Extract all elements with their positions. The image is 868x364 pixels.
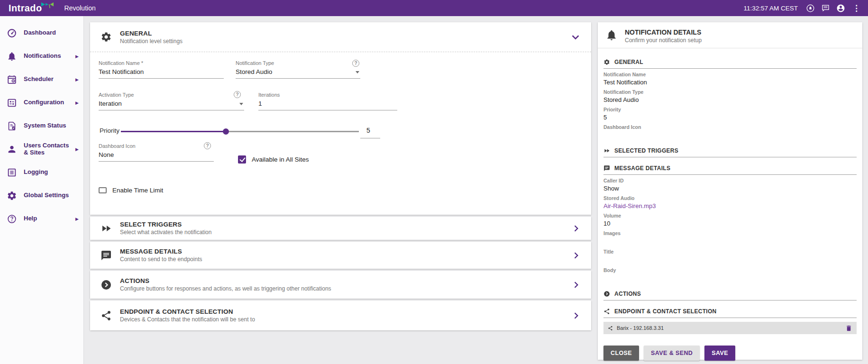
checkbox-unchecked[interactable] <box>99 187 107 193</box>
notification-name-field[interactable]: Notification Name * Test Notification <box>99 60 224 79</box>
sidebar-item-global-settings[interactable]: Global Settings <box>0 184 83 207</box>
details-field-label: Body <box>603 267 857 273</box>
endpoint-list-item[interactable]: Barix - 192.168.3.31 <box>603 322 857 334</box>
details-general-heading: GENERAL <box>603 59 857 69</box>
details-field-label: Notification Type <box>603 89 857 95</box>
dashboard-icon-field[interactable]: Dashboard Icon None <box>99 143 214 162</box>
chevron-right-icon[interactable] <box>571 251 581 260</box>
dashboard-icon-select[interactable]: None <box>99 149 214 162</box>
section-titles: ACTIONS Configure buttons for responses … <box>120 277 331 292</box>
checkbox-checked[interactable] <box>238 155 246 164</box>
details-field-label: Dashboard Icon <box>603 124 857 130</box>
details-field-title: Title <box>603 249 857 264</box>
chat-bubble-icon <box>101 250 112 261</box>
chevron-right-icon[interactable] <box>571 224 581 233</box>
section-subtitle: Content to send to the endpoints <box>120 256 202 263</box>
sidebar-item-label: Logging <box>24 169 80 176</box>
details-heading-label: MESSAGE DETAILS <box>614 165 670 172</box>
activation-type-help-icon[interactable]: ? <box>234 91 241 98</box>
chevron-right-icon[interactable] <box>571 280 581 290</box>
log-list-icon <box>7 167 17 178</box>
sidebar-item-help[interactable]: Help ▶ <box>0 207 83 230</box>
details-field-notification-type: Notification Type Stored Audio <box>603 89 857 104</box>
bell-icon <box>605 29 618 41</box>
notification-type-field[interactable]: Notification Type Stored Audio <box>236 60 360 79</box>
control-panel-icon <box>7 98 17 108</box>
sidebar-item-label: Scheduler <box>24 76 80 83</box>
topbar-actions: 11:32:57 AM CEST ⋮ <box>743 4 861 13</box>
message-details-section[interactable]: MESSAGE DETAILS Content to send to the e… <box>90 242 591 269</box>
details-field-body: Body <box>603 267 857 283</box>
messages-icon[interactable] <box>821 4 830 13</box>
share-icon <box>608 326 613 331</box>
sidebar-item-notifications[interactable]: Notifications ▶ <box>0 45 83 68</box>
priority-slider[interactable] <box>121 127 359 136</box>
gear-icon <box>603 59 610 65</box>
overflow-menu-icon[interactable]: ⋮ <box>851 4 861 13</box>
dashboard-icon-help-icon[interactable]: ? <box>204 142 211 149</box>
sidebar-item-label: Users Contacts & Sites <box>24 142 80 156</box>
sidebar-item-users-contacts-sites[interactable]: Users Contacts & Sites ▶ <box>0 137 83 161</box>
details-field-label: Priority <box>603 107 857 112</box>
details-field-images: Images <box>603 230 857 246</box>
notification-type-select[interactable]: Stored Audio <box>236 66 360 79</box>
checkbox-label: Enable Time Limit <box>112 187 163 194</box>
details-actions-heading: ACTIONS <box>603 291 857 300</box>
activation-type-field[interactable]: Activation Type Iteration <box>99 92 244 110</box>
sidebar-item-label: System Status <box>24 122 80 129</box>
dragonfly-logo-icon <box>41 2 54 9</box>
section-title: MESSAGE DETAILS <box>120 248 202 255</box>
close-button[interactable]: CLOSE <box>603 346 639 361</box>
general-section-header[interactable]: GENERAL Notification level settings <box>90 22 591 52</box>
notification-name-input[interactable]: Test Notification <box>99 66 224 79</box>
details-field-value: Show <box>603 185 857 192</box>
select-value: Iteration <box>99 100 122 107</box>
select-triggers-section[interactable]: SELECT TRIGGERS Select what activates th… <box>90 217 591 240</box>
bell-icon <box>7 51 17 62</box>
slider-fill <box>121 131 226 132</box>
section-titles: SELECT TRIGGERS Select what activates th… <box>120 221 211 236</box>
details-field-value <box>603 237 857 246</box>
save-button[interactable]: SAVE <box>704 346 735 361</box>
details-field-volume: Volume 10 <box>603 213 857 228</box>
sidebar-item-dashboard[interactable]: Dashboard <box>0 21 83 45</box>
general-section-titles: GENERAL Notification level settings <box>120 30 183 45</box>
intrado-logo[interactable]: Intrado <box>9 0 54 16</box>
general-form: Notification Name * Test Notification No… <box>90 52 591 214</box>
details-field-label: Title <box>603 249 857 255</box>
expand-arrow-icon: ▶ <box>75 217 79 221</box>
save-and-send-button[interactable]: SAVE & SEND <box>644 346 700 361</box>
stored-audio-file-link[interactable]: Air-Raid-Siren.mp3 <box>603 202 857 210</box>
details-field-notification-name: Notification Name Test Notification <box>603 72 857 86</box>
details-message-details-heading: MESSAGE DETAILS <box>603 165 857 175</box>
details-field-priority: Priority 5 <box>603 107 857 121</box>
details-field-label: Volume <box>603 213 857 218</box>
chevron-down-icon[interactable] <box>570 32 581 42</box>
field-label: Notification Name * <box>99 60 224 66</box>
trash-icon[interactable] <box>845 325 852 332</box>
section-title: GENERAL <box>120 30 183 37</box>
sidebar-item-scheduler[interactable]: Scheduler ▶ <box>0 68 83 91</box>
details-header: NOTIFICATION DETAILS Confirm your notifi… <box>598 22 862 48</box>
endpoint-label: Barix - 192.168.3.31 <box>617 325 664 331</box>
priority-label: Priority <box>100 127 119 134</box>
actions-section[interactable]: ACTIONS Configure buttons for responses … <box>90 271 591 299</box>
activation-type-select[interactable]: Iteration <box>99 98 244 110</box>
iterations-field[interactable]: Iterations 1 <box>258 92 397 110</box>
details-header-titles: NOTIFICATION DETAILS Confirm your notifi… <box>625 28 702 44</box>
notifications-status-icon[interactable] <box>806 4 815 13</box>
enable-time-limit-checkbox-row[interactable]: Enable Time Limit <box>99 187 163 194</box>
endpoint-contact-selection-section[interactable]: ENDPOINT & CONTACT SELECTION Devices & C… <box>90 300 591 330</box>
slider-thumb[interactable] <box>223 128 229 135</box>
sidebar-item-logging[interactable]: Logging <box>0 161 83 184</box>
details-button-row: CLOSE SAVE & SEND SAVE <box>603 346 857 361</box>
iterations-input[interactable]: 1 <box>258 98 397 110</box>
account-icon[interactable] <box>836 4 845 13</box>
sidebar-item-system-status[interactable]: System Status <box>0 114 83 137</box>
caret-down-icon <box>239 103 243 105</box>
chevron-right-icon[interactable] <box>571 311 581 320</box>
sidebar-item-configuration[interactable]: Configuration ▶ <box>0 91 83 114</box>
available-all-sites-checkbox-row[interactable]: Available in All Sites <box>238 155 309 164</box>
product-name: Revolution <box>64 4 96 12</box>
notification-type-help-icon[interactable]: ? <box>352 60 359 67</box>
